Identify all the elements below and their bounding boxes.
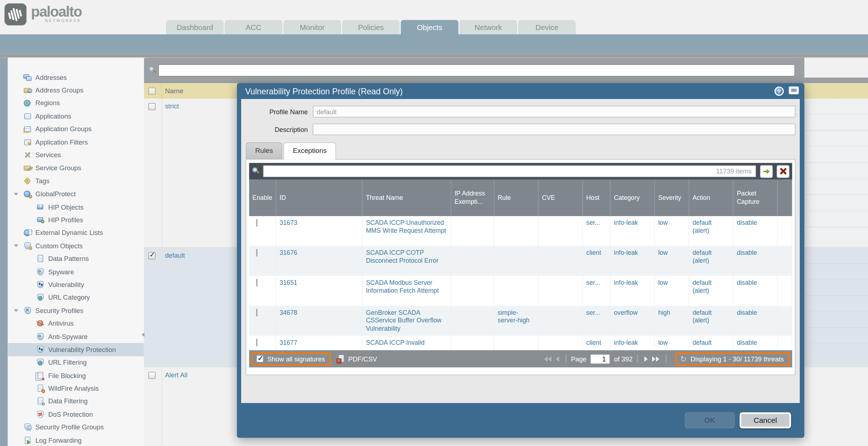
- sidebar-item[interactable]: Application Filters: [8, 136, 144, 149]
- cell-threat-name[interactable]: SCADA ICCP Unauthorized MMS Write Reques…: [363, 216, 451, 246]
- cell-threat-name[interactable]: SCADA Modbus Server Information Fetch At…: [363, 276, 451, 306]
- sidebar-item[interactable]: Vulnerability: [8, 278, 144, 291]
- cell-id[interactable]: 31651: [276, 276, 363, 306]
- help-icon[interactable]: ?: [774, 86, 784, 96]
- profile-checkbox[interactable]: [148, 103, 156, 110]
- sidebar-item[interactable]: URL Filtering: [8, 356, 144, 369]
- column-header[interactable]: Category: [611, 180, 655, 216]
- sidebar-item[interactable]: Spyware: [8, 265, 144, 278]
- sidebar-collapse-arrow-icon[interactable]: [139, 333, 144, 337]
- cell-id[interactable]: 34678: [276, 306, 363, 336]
- sidebar-item[interactable]: Anti-Spyware: [8, 330, 144, 343]
- sidebar-item[interactable]: URL Category: [8, 291, 144, 304]
- last-page-button[interactable]: [652, 356, 659, 361]
- column-header[interactable]: Threat Name: [363, 180, 451, 216]
- sidebar-item[interactable]: Regions: [8, 97, 144, 110]
- first-page-button[interactable]: [544, 356, 552, 361]
- tab-rules[interactable]: Rules: [246, 142, 282, 159]
- name-column-header[interactable]: Name: [165, 87, 183, 95]
- enable-checkbox[interactable]: [256, 339, 257, 346]
- prev-page-button[interactable]: [556, 356, 559, 361]
- column-header[interactable]: ID: [276, 180, 363, 216]
- column-header[interactable]: Severity: [655, 180, 689, 216]
- column-header[interactable]: Packet Capture: [733, 180, 778, 216]
- sidebar-item[interactable]: External Dynamic Lists: [8, 227, 144, 240]
- sidebar-item[interactable]: Custom Objects: [8, 239, 144, 252]
- sidebar-item[interactable]: Data Filtering: [8, 395, 144, 408]
- enable-checkbox[interactable]: [256, 249, 257, 256]
- cell-threat-name[interactable]: SCADA ICCP COTP Disconnect Protocol Erro…: [363, 246, 451, 276]
- description-input[interactable]: [313, 124, 795, 135]
- expand-triangle-icon[interactable]: [14, 244, 18, 249]
- profile-checkbox[interactable]: [148, 372, 156, 379]
- column-header[interactable]: CVE: [539, 180, 583, 216]
- cell-threat-name[interactable]: SCADA ICCP Invalid: [363, 336, 451, 350]
- nav-tab[interactable]: Monitor: [283, 20, 341, 34]
- profile-name-link[interactable]: default: [165, 252, 185, 259]
- page-input[interactable]: [590, 354, 610, 364]
- nav-tab[interactable]: Network: [460, 20, 517, 34]
- clear-filter-button[interactable]: [777, 165, 789, 177]
- enable-checkbox[interactable]: [256, 279, 257, 286]
- sidebar-item[interactable]: Application Groups: [8, 123, 144, 136]
- sidebar-item[interactable]: HIP Profiles: [8, 214, 144, 227]
- sidebar-item[interactable]: Service Groups: [8, 162, 144, 175]
- profile-name-input[interactable]: [313, 106, 795, 117]
- nav-tab[interactable]: Dashboard: [166, 20, 223, 34]
- sidebar-item[interactable]: Services: [8, 149, 144, 162]
- cell-id[interactable]: 31673: [276, 216, 363, 246]
- sidebar-item[interactable]: GlobalProtect: [8, 188, 144, 201]
- sidebar-item[interactable]: Security Profiles: [8, 304, 144, 317]
- column-header[interactable]: Action: [689, 180, 734, 216]
- cell-id[interactable]: 31677: [276, 336, 363, 350]
- exceptions-search-input[interactable]: [263, 165, 756, 177]
- sidebar-item[interactable]: Security Profile Groups: [8, 421, 144, 434]
- nav-tab[interactable]: Objects: [401, 20, 458, 34]
- objects-search-input[interactable]: [158, 64, 795, 77]
- column-header[interactable]: [778, 180, 792, 216]
- pdf-csv-button[interactable]: PDF/CSV: [337, 354, 377, 363]
- tab-exceptions[interactable]: Exceptions: [283, 142, 336, 160]
- table-row[interactable]: 31677 SCADA ICCP Invalid client info-lea…: [249, 336, 792, 350]
- sidebar-item[interactable]: Applications: [8, 110, 144, 123]
- nav-tab[interactable]: Policies: [342, 20, 399, 34]
- sidebar-item[interactable]: Log Forwarding: [8, 434, 144, 446]
- select-all-checkbox[interactable]: [148, 87, 156, 94]
- column-header[interactable]: Host: [583, 180, 611, 216]
- sidebar-item[interactable]: Vulnerability Protection: [8, 343, 144, 356]
- profile-name-link[interactable]: Alert All: [165, 371, 187, 379]
- cell-threat-name[interactable]: GenBroker SCADA CSService Buffer Overflo…: [363, 306, 451, 336]
- sidebar-item[interactable]: Tags: [8, 175, 144, 188]
- column-header[interactable]: Rule: [494, 180, 539, 216]
- table-row[interactable]: 31673 SCADA ICCP Unauthorized MMS Write …: [249, 216, 792, 246]
- sidebar-item[interactable]: Address Groups: [8, 84, 144, 97]
- expand-triangle-icon[interactable]: [14, 309, 18, 314]
- window-icon[interactable]: [789, 86, 799, 94]
- refresh-icon[interactable]: ↻: [680, 355, 687, 363]
- cancel-button[interactable]: Cancel: [739, 412, 791, 428]
- column-header[interactable]: IP Address Exempti...: [451, 180, 495, 216]
- cell-id[interactable]: 31676: [276, 246, 363, 276]
- table-row[interactable]: 34678 GenBroker SCADA CSService Buffer O…: [249, 306, 792, 336]
- sidebar-item[interactable]: WildFire Analysis: [8, 382, 144, 395]
- sidebar-item[interactable]: Data Patterns: [8, 252, 144, 265]
- table-row[interactable]: 31651 SCADA Modbus Server Information Fe…: [249, 276, 792, 306]
- sidebar-item[interactable]: Addresses: [8, 71, 144, 84]
- sidebar-item[interactable]: File Blocking: [8, 369, 144, 382]
- nav-tab[interactable]: Device: [518, 20, 576, 34]
- column-header[interactable]: Enable: [249, 180, 276, 216]
- table-row[interactable]: 31676 SCADA ICCP COTP Disconnect Protoco…: [249, 246, 792, 276]
- nav-tab[interactable]: ACC: [225, 20, 282, 34]
- profile-name-link[interactable]: strict: [165, 103, 179, 110]
- enable-checkbox[interactable]: [256, 309, 257, 316]
- profile-checkbox[interactable]: [148, 252, 156, 260]
- sidebar-item[interactable]: Antivirus: [8, 317, 144, 330]
- expand-triangle-icon[interactable]: [14, 193, 18, 198]
- ok-button[interactable]: OK: [685, 412, 735, 428]
- apply-filter-button[interactable]: [760, 165, 773, 177]
- sidebar-item[interactable]: HIP Objects: [8, 201, 144, 214]
- next-page-button[interactable]: [644, 356, 647, 361]
- show-all-signatures-checkbox[interactable]: [256, 355, 264, 363]
- enable-checkbox[interactable]: [256, 219, 257, 227]
- sidebar-item[interactable]: DoS Protection: [8, 408, 144, 421]
